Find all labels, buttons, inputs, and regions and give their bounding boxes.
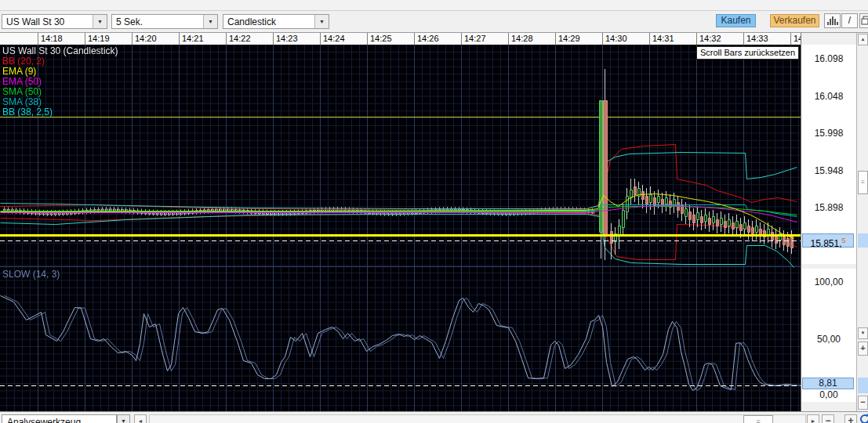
vertical-scrollbar[interactable]: ▲ ≡ ▼ + − — [856, 33, 868, 411]
price-label: 16.048 — [801, 91, 856, 102]
time-label: 14:18 — [41, 34, 63, 43]
chart-toolbar: US Wall St 30 ▼ 5 Sek. ▼ Candlestick ▼ K… — [0, 11, 868, 33]
slow-current-badge: 8,81 — [802, 378, 854, 389]
price-label: 15.948 — [801, 165, 856, 176]
interval-dropdown[interactable]: 5 Sek. ▼ — [111, 14, 218, 29]
current-price-value: 15.851, — [810, 238, 841, 249]
time-label: 14:34 — [794, 34, 801, 43]
h-zoom-in-button[interactable]: + — [844, 414, 857, 423]
interval-dropdown-value: 5 Sek. — [116, 16, 143, 27]
indicator-legend: US Wall St 30 (Candlestick)BB (20, 2)EMA… — [2, 46, 118, 118]
time-tick — [602, 33, 603, 45]
reset-view-icon[interactable] — [859, 414, 868, 423]
slow-indicator-label: SLOW (14, 3) — [2, 269, 60, 280]
sell-button[interactable]: Verkaufen — [770, 14, 819, 27]
zoom-out-button[interactable]: − — [858, 396, 868, 410]
time-label: 14:24 — [323, 34, 345, 43]
time-label: 14:30 — [605, 34, 627, 43]
legend-item: BB (38, 2,5) — [2, 107, 118, 118]
current-price-badge: 15.851,5 — [802, 233, 854, 248]
trading-platform-window: US Wall St 30 ▼ 5 Sek. ▼ Candlestick ▼ K… — [0, 0, 868, 423]
time-tick — [320, 33, 321, 45]
analysis-tool-value: Analysewerkzeug — [7, 417, 81, 423]
time-label: 14:32 — [699, 34, 721, 43]
current-price-fraction: 5 — [842, 237, 846, 244]
time-label: 14:27 — [464, 34, 486, 43]
time-tick — [555, 33, 556, 45]
chart-type-dropdown[interactable]: Candlestick ▼ — [223, 14, 329, 29]
horizontal-scrollbar[interactable]: ≡ — [149, 414, 806, 423]
chevron-down-icon[interactable]: ▼ — [117, 414, 130, 423]
time-label: 14:26 — [417, 34, 439, 43]
time-tick — [226, 33, 227, 45]
time-tick — [132, 33, 133, 45]
time-label: 14:19 — [88, 34, 110, 43]
time-label: 14:33 — [746, 34, 768, 43]
zoom-in-button[interactable]: + — [858, 342, 868, 356]
time-tick — [414, 33, 415, 45]
time-axis[interactable]: 14:1814:1914:2014:2114:2214:2314:2414:25… — [0, 33, 801, 45]
price-label: 16.098 — [801, 53, 856, 64]
time-tick — [85, 33, 85, 45]
price-axis[interactable]: 15.851,5 16.09816.04815.99815.94815.898 — [801, 45, 856, 264]
price-ladder-icon[interactable] — [824, 13, 841, 28]
slow-scroll-thumb[interactable] — [858, 378, 868, 393]
chevron-down-icon[interactable]: ▼ — [314, 15, 329, 28]
slow-axis-label: 0,00 — [801, 389, 856, 400]
chart-canvas[interactable] — [0, 45, 801, 411]
time-label: 14:29 — [558, 34, 580, 43]
time-label: 14:28 — [511, 34, 533, 43]
trendline-tool-icon[interactable]: / — [841, 13, 858, 28]
price-label: 15.898 — [801, 202, 856, 213]
slow-axis[interactable]: 8,81 100,0050,000,00 — [801, 269, 856, 402]
time-tick — [649, 33, 650, 45]
price-axis-top-gap — [801, 33, 856, 45]
time-tick — [38, 33, 38, 45]
scroll-right-icon[interactable]: ► — [807, 414, 819, 423]
symbol-dropdown-value: US Wall St 30 — [6, 16, 64, 27]
scroll-up-icon[interactable]: ▲ — [858, 34, 868, 45]
time-tick — [790, 33, 791, 45]
h-zoom-out-button[interactable]: − — [822, 414, 834, 423]
time-tick — [273, 33, 274, 45]
slow-axis-label: 100,00 — [801, 277, 856, 287]
bottom-toolbar: Analysewerkzeug ▼ ◄ ≡ ► − + — [0, 411, 868, 423]
time-tick — [696, 33, 697, 45]
buy-button[interactable]: Kaufen — [716, 14, 756, 27]
time-label: 14:23 — [276, 34, 298, 43]
current-price-scroll-marker — [858, 233, 868, 248]
scroll-left-icon[interactable]: ◄ — [134, 414, 147, 423]
slow-axis-label: 50,00 — [801, 334, 856, 345]
chevron-down-icon[interactable]: ▼ — [93, 15, 107, 28]
scroll-reset-tooltip: Scroll Bars zurücksetzen — [696, 46, 799, 60]
time-tick — [367, 33, 368, 45]
time-tick — [743, 33, 744, 45]
time-label: 14:25 — [370, 34, 392, 43]
slow-axis-bottom-gap — [801, 402, 856, 411]
time-tick — [461, 33, 462, 45]
window-top-strip — [0, 0, 868, 11]
time-label: 14:31 — [652, 34, 674, 43]
time-label: 14:22 — [229, 34, 251, 43]
price-label: 15.998 — [801, 128, 856, 139]
analysis-tool-dropdown[interactable]: Analysewerkzeug — [2, 414, 117, 423]
chart-type-dropdown-value: Candlestick — [227, 16, 276, 27]
cascade-windows-icon[interactable] — [859, 13, 868, 28]
horizontal-scroll-thumb[interactable]: ≡ — [743, 415, 773, 423]
symbol-dropdown[interactable]: US Wall St 30 ▼ — [2, 14, 107, 29]
vertical-scroll-thumb[interactable]: ≡ — [858, 171, 868, 194]
time-tick — [508, 33, 509, 45]
time-label: 14:20 — [135, 34, 157, 43]
time-label: 14:21 — [182, 34, 204, 43]
chevron-down-icon[interactable]: ▼ — [203, 15, 217, 28]
time-tick — [179, 33, 180, 45]
scroll-down-icon[interactable]: ▼ — [858, 327, 868, 339]
